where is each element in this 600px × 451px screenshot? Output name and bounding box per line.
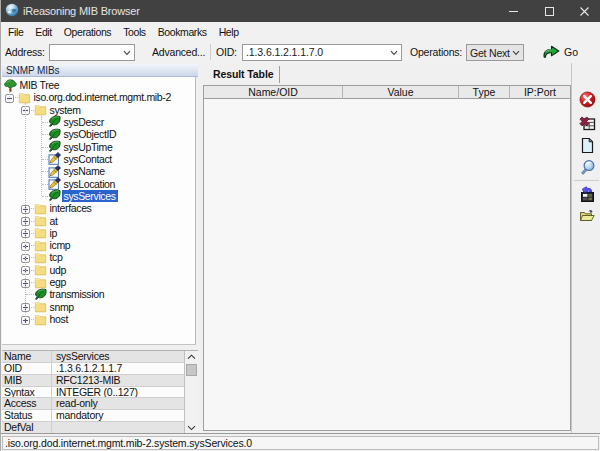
address-combobox[interactable] [49, 44, 135, 61]
close-button[interactable] [567, 0, 600, 22]
folder-icon [18, 91, 31, 104]
tree-node-label: sysLocation [62, 178, 118, 190]
tree-connector [31, 208, 34, 209]
column-header-type[interactable]: Type [459, 86, 510, 99]
tree-node-label: icmp [48, 239, 73, 251]
tree-node-system[interactable]: system [2, 103, 83, 116]
tree-node-sysUpTime[interactable]: sysUpTime [2, 140, 114, 153]
mib-tree: MIB Tree iso.org.dod.internet.mgmt.mib-2… [2, 77, 196, 345]
property-name: Status [2, 410, 52, 421]
tree-connector [42, 134, 48, 135]
chevron-down-icon [390, 50, 398, 56]
tree-connector [31, 233, 34, 234]
tree-node-transmission[interactable]: transmission [2, 288, 106, 301]
tree-node-icmp[interactable]: icmp [2, 239, 72, 252]
scroll-up-icon[interactable] [185, 351, 198, 363]
zoom-icon[interactable] [579, 159, 596, 176]
mib-panel: SNMP MIBs MIB Tree iso.org.dod.internet.… [2, 63, 198, 433]
leaf-icon [48, 189, 61, 202]
open-folder-icon[interactable] [579, 207, 596, 224]
tree-node-label: sysObjectID [62, 128, 119, 140]
tree-node-label: udp [48, 264, 68, 276]
app-globe-icon [5, 3, 19, 17]
tree-node-sysServices[interactable]: sysServices [2, 189, 118, 202]
export-table-icon[interactable] [579, 186, 596, 203]
column-header-ip-port[interactable]: IP:Port [510, 86, 570, 99]
tree-node-label: egp [48, 276, 68, 288]
tree-node-label: sysServices [62, 190, 118, 202]
tree-node-label: sysDescr [62, 116, 106, 128]
new-document-icon[interactable] [579, 137, 596, 154]
column-header-name-oid[interactable]: Name/OID [204, 86, 343, 99]
pen-icon [48, 165, 61, 178]
property-row-oid: OID.1.3.6.1.2.1.1.7 [2, 363, 184, 375]
pen-icon [48, 177, 61, 190]
tree-node-sysObjectID[interactable]: sysObjectID [2, 128, 118, 141]
toolbar-separator [210, 44, 211, 60]
menu-help[interactable]: Help [213, 26, 245, 38]
tree-node-egp[interactable]: egp [2, 276, 68, 289]
chevron-down-icon [512, 50, 520, 56]
tree-connector [42, 171, 48, 172]
leaf-icon [48, 128, 61, 141]
menu-edit[interactable]: Edit [29, 26, 58, 38]
tree-node-sysDescr[interactable]: sysDescr [2, 115, 106, 128]
mib-panel-header: SNMP MIBs [2, 64, 198, 77]
menubar: FileEditOperationsToolsBookmarksHelp [2, 22, 600, 41]
tree-connector [42, 122, 48, 123]
go-button[interactable]: Go [542, 43, 578, 61]
tree-connector [42, 159, 48, 160]
side-toolbar [571, 63, 600, 433]
tree-connector [31, 110, 34, 111]
oid-value: .1.3.6.1.2.1.1.7.0 [246, 46, 323, 58]
folder-icon [34, 313, 47, 326]
tree-connector [31, 282, 34, 283]
folder-icon [34, 103, 47, 116]
property-row-mib: MIBRFC1213-MIB [2, 375, 184, 387]
tree-node-host[interactable]: host [2, 313, 70, 326]
minimize-button[interactable] [496, 0, 530, 22]
tree-node-label: iso.org.dod.internet.mgmt.mib-2 [32, 91, 173, 103]
menu-tools[interactable]: Tools [117, 26, 152, 38]
clear-table-icon[interactable] [579, 115, 596, 132]
tree-node-iso.org.dod.internet.mgmt.mib-2[interactable]: iso.org.dod.internet.mgmt.mib-2 [2, 91, 173, 104]
main-area: SNMP MIBs MIB Tree iso.org.dod.internet.… [1, 63, 600, 433]
tree-node-snmp[interactable]: snmp [2, 300, 76, 313]
advanced-button[interactable]: Advanced... [152, 46, 205, 58]
property-scrollbar[interactable] [184, 351, 198, 434]
operations-combobox[interactable]: Get Next [466, 44, 524, 61]
tree-node-label: MIB Tree [18, 79, 62, 91]
address-label: Address: [5, 46, 45, 58]
tree-connector [26, 294, 34, 295]
tree-node-interfaces[interactable]: interfaces [2, 202, 94, 215]
stop-icon[interactable] [579, 91, 596, 108]
tree-node-MIB Tree[interactable]: MIB Tree [2, 79, 61, 92]
tab-result-table[interactable]: Result Table [204, 65, 282, 84]
menu-bookmarks[interactable]: Bookmarks [152, 26, 213, 38]
tree-connector [42, 184, 48, 185]
menu-file[interactable]: File [2, 26, 29, 38]
property-row-syntax: SyntaxINTEGER (0..127) [2, 387, 184, 399]
tree-connector [42, 196, 48, 197]
folder-icon [34, 263, 47, 276]
property-value: RFC1213-MIB [52, 375, 184, 386]
property-value: INTEGER (0..127) [52, 387, 184, 398]
tree-node-label: ip [48, 227, 59, 239]
scrollbar-thumb[interactable] [186, 364, 197, 376]
status-oid-text: .iso.org.dod.internet.mgmt.mib-2.system.… [2, 436, 599, 450]
oid-combobox[interactable]: .1.3.6.1.2.1.1.7.0 [242, 44, 402, 61]
tree-connector [31, 245, 34, 246]
column-header-value[interactable]: Value [343, 86, 459, 99]
tree-node-sysLocation[interactable]: sysLocation [2, 177, 117, 190]
property-name: MIB [2, 375, 52, 386]
menu-operations[interactable]: Operations [58, 26, 117, 38]
property-value: .1.3.6.1.2.1.1.7 [52, 363, 184, 374]
tree-node-sysName[interactable]: sysName [2, 165, 107, 178]
go-arrow-icon [542, 44, 561, 61]
folder-icon [34, 300, 47, 313]
tree-connector [15, 97, 18, 98]
maximize-button[interactable] [532, 0, 566, 22]
tree-node-sysContact[interactable]: sysContact [2, 152, 114, 165]
tree-node-udp[interactable]: udp [2, 263, 68, 276]
tree-connector [9, 91, 10, 97]
